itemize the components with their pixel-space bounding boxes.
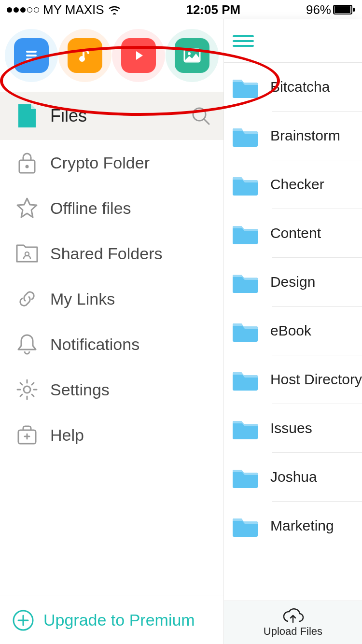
gear-icon [13,378,42,401]
menu-item-files[interactable]: Files [0,92,223,140]
bell-icon [13,332,42,356]
side-drawer: Files Crypto Folder Offline files Shared… [0,19,223,644]
hamburger-icon [233,34,254,48]
upload-files-button[interactable]: Upload Files [224,601,362,644]
lock-icon [13,151,42,175]
folder-list[interactable]: BitcatchaBrainstormCheckerContentDesigne… [224,63,362,601]
svg-point-3 [79,56,85,62]
shortcut-video[interactable] [112,29,165,82]
menu-item-label: Settings [50,380,110,399]
menu-item-label: Crypto Folder [50,154,150,172]
menu-item-settings[interactable]: Settings [0,367,223,412]
music-icon [77,47,93,64]
folder-icon [231,465,260,489]
shortcut-docs[interactable] [5,29,58,82]
folder-icon [231,75,260,98]
folder-row[interactable]: Marketing [224,502,362,550]
hamburger-button[interactable] [224,19,362,63]
signal-icon [7,7,39,13]
menu-item-help[interactable]: Help [0,412,223,458]
folder-row[interactable]: Joshua [224,453,362,501]
folder-name: Brainstorm [270,127,340,144]
folder-row[interactable]: Issues [224,404,362,452]
upgrade-label: Upgrade to Premium [43,611,195,630]
svg-point-8 [26,165,29,168]
star-icon [13,196,42,220]
status-bar: MY MAXIS 12:05 PM 96% [0,0,362,19]
menu-item-label: Offline files [50,199,131,218]
folder-name: Joshua [270,469,317,485]
upgrade-premium[interactable]: Upgrade to Premium [0,596,223,644]
folder-row[interactable]: Brainstorm [224,112,362,160]
folder-name: Checker [270,176,324,193]
folder-row[interactable]: Content [224,209,362,257]
main-content: BitcatchaBrainstormCheckerContentDesigne… [223,19,362,644]
svg-rect-2 [353,8,355,12]
folder-name: Bitcatcha [270,79,330,95]
wifi-icon [108,5,121,14]
battery-percent: 96% [306,2,331,17]
menu-item-label: My Links [50,290,115,308]
folder-row[interactable]: Bitcatcha [224,63,362,111]
folder-row[interactable]: eBook [224,307,362,355]
image-icon [183,48,201,63]
folder-icon [231,368,260,391]
folder-name: Design [270,274,315,290]
folder-name: Host Directory [270,371,362,388]
folder-name: Marketing [270,518,334,534]
svg-point-10 [24,386,30,393]
svg-rect-1 [334,6,350,13]
menu-item-crypto[interactable]: Crypto Folder [0,140,223,185]
folder-row[interactable]: Design [224,258,362,306]
folder-icon [231,124,260,147]
menu-item-links[interactable]: My Links [0,276,223,322]
folder-icon [231,514,260,537]
upload-label: Upload Files [264,625,322,638]
folder-icon [231,270,260,294]
menu-item-label: Shared Folders [50,244,162,263]
menu-item-label: Files [50,106,87,126]
folder-icon [231,417,260,440]
folder-icon [231,319,260,342]
link-icon [13,287,42,310]
document-icon [23,47,40,64]
upload-cloud-icon [281,608,305,624]
folder-row[interactable]: Checker [224,160,362,209]
clock: 12:05 PM [121,2,306,17]
menu-item-label: Help [50,426,84,445]
shortcut-images[interactable] [166,29,219,82]
plus-circle-icon [12,609,35,632]
menu-item-offline[interactable]: Offline files [0,185,223,231]
menu-item-label: Notifications [50,335,139,354]
svg-point-5 [188,52,191,55]
file-icon [13,103,42,128]
shortcut-music[interactable] [58,29,111,82]
menu-item-shared[interactable]: Shared Folders [0,231,223,276]
shared-folder-icon [13,243,42,264]
folder-icon [231,222,260,245]
help-icon [13,424,42,446]
folder-icon [231,173,260,196]
folder-row[interactable]: Host Directory [224,355,362,404]
folder-name: Issues [270,420,312,436]
folder-name: eBook [270,322,311,339]
shortcut-row [0,19,223,92]
carrier-label: MY MAXIS [43,2,104,17]
folder-name: Content [270,225,321,241]
battery-icon [333,5,355,14]
search-icon[interactable] [191,106,211,126]
play-icon [131,48,146,63]
menu-item-notifications[interactable]: Notifications [0,322,223,367]
